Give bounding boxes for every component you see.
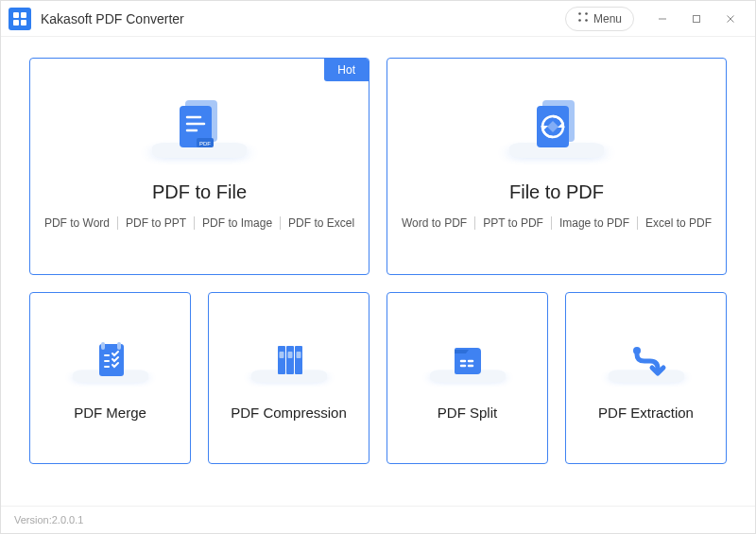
card-title: PDF Merge — [74, 405, 146, 421]
merge-icon — [88, 336, 133, 386]
content-area: Hot PDF PDF to File PDF to Word — [1, 37, 755, 506]
option-pdf-to-ppt[interactable]: PDF to PPT — [118, 216, 195, 230]
svg-rect-35 — [279, 352, 284, 358]
svg-rect-0 — [13, 12, 19, 18]
option-image-to-pdf[interactable]: Image to PDF — [552, 216, 638, 230]
svg-rect-37 — [296, 352, 301, 358]
file-to-pdf-icon — [525, 95, 588, 161]
svg-rect-34 — [295, 346, 302, 374]
maximize-button[interactable] — [679, 5, 713, 33]
hot-badge: Hot — [324, 59, 369, 81]
sub-options: PDF to Word PDF to PPT PDF to Image PDF … — [37, 216, 362, 230]
card-pdf-split[interactable]: PDF Split — [387, 292, 548, 464]
svg-rect-33 — [286, 346, 294, 374]
svg-point-5 — [585, 12, 588, 15]
card-title: File to PDF — [509, 181, 604, 203]
option-pdf-to-image[interactable]: PDF to Image — [195, 216, 281, 230]
card-title: PDF Compression — [231, 405, 347, 421]
svg-rect-1 — [21, 12, 26, 18]
app-logo-icon — [9, 8, 31, 30]
menu-button[interactable]: Menu — [565, 7, 634, 31]
extraction-icon — [624, 336, 669, 386]
top-row: Hot PDF PDF to File PDF to Word — [29, 58, 727, 275]
menu-icon — [577, 11, 589, 26]
svg-point-6 — [578, 19, 581, 22]
card-pdf-compression[interactable]: PDF Compression — [208, 292, 369, 464]
minimize-button[interactable] — [645, 5, 679, 33]
option-pdf-to-word[interactable]: PDF to Word — [37, 216, 118, 230]
svg-rect-9 — [694, 15, 700, 22]
bottom-row: PDF Merge PDF Compression — [29, 292, 727, 464]
svg-rect-3 — [21, 20, 26, 26]
menu-label: Menu — [593, 12, 622, 26]
split-icon — [445, 336, 490, 386]
window-controls — [645, 5, 747, 33]
option-word-to-pdf[interactable]: Word to PDF — [394, 216, 475, 230]
svg-rect-32 — [278, 346, 285, 374]
pdf-to-file-icon: PDF — [168, 95, 231, 161]
app-title: Kakasoft PDF Converter — [41, 11, 184, 26]
svg-rect-2 — [13, 20, 19, 26]
svg-text:PDF: PDF — [199, 140, 211, 146]
option-pdf-to-excel[interactable]: PDF to Excel — [281, 216, 362, 230]
svg-rect-27 — [101, 342, 105, 350]
app-window: Kakasoft PDF Converter Menu Hot — [0, 0, 756, 534]
footer: Version:2.0.0.1 — [1, 506, 755, 533]
sub-options: Word to PDF PPT to PDF Image to PDF Exce… — [394, 216, 719, 230]
option-ppt-to-pdf[interactable]: PPT to PDF — [475, 216, 552, 230]
card-pdf-to-file[interactable]: Hot PDF PDF to File PDF to Word — [29, 58, 369, 275]
close-button[interactable] — [713, 5, 747, 33]
card-pdf-extraction[interactable]: PDF Extraction — [565, 292, 727, 464]
version-label: Version:2.0.0.1 — [14, 514, 83, 525]
svg-point-7 — [585, 19, 588, 22]
svg-rect-36 — [287, 352, 292, 358]
svg-point-4 — [578, 12, 581, 15]
card-title: PDF to File — [152, 181, 247, 203]
card-title: PDF Extraction — [598, 405, 694, 421]
card-title: PDF Split — [438, 405, 497, 421]
compression-icon — [266, 336, 312, 386]
option-excel-to-pdf[interactable]: Excel to PDF — [638, 216, 719, 230]
svg-rect-28 — [117, 342, 121, 350]
card-pdf-merge[interactable]: PDF Merge — [29, 292, 191, 464]
titlebar: Kakasoft PDF Converter Menu — [1, 1, 755, 37]
card-file-to-pdf[interactable]: File to PDF Word to PDF PPT to PDF Image… — [387, 58, 727, 275]
